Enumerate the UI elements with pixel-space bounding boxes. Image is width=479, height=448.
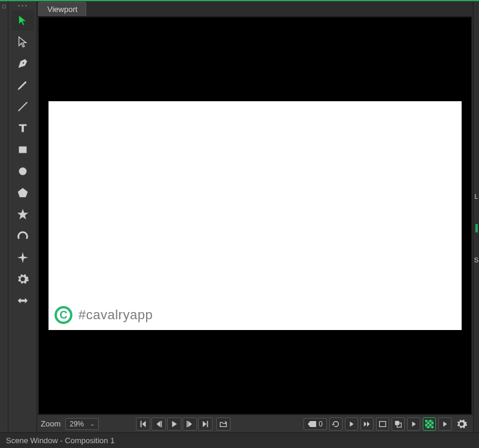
tools-panel <box>8 1 37 432</box>
text-icon <box>16 122 29 135</box>
fast-forward-button[interactable] <box>360 417 374 431</box>
pencil-icon <box>16 78 29 92</box>
skip-start-icon <box>139 420 147 428</box>
line-tool[interactable] <box>11 96 34 117</box>
frame-counter[interactable]: 0 <box>304 418 327 430</box>
polygon-tool[interactable] <box>11 183 34 203</box>
composition-canvas: C #cavalryapp <box>48 101 462 330</box>
tab-viewport[interactable]: Viewport <box>38 2 86 16</box>
viewport-settings-button[interactable] <box>454 416 469 432</box>
play-small-icon <box>410 420 418 428</box>
svg-rect-4 <box>380 421 386 426</box>
horizontal-arrow-tool[interactable] <box>11 290 34 311</box>
bottom-panel-header[interactable]: Scene Window - Composition 1 <box>0 432 479 448</box>
cursor-outline-icon <box>16 35 29 49</box>
go-to-start-button[interactable] <box>136 417 150 431</box>
mini-play-button[interactable] <box>345 417 358 431</box>
left-edge-strip <box>0 1 8 432</box>
ellipse-icon <box>16 165 29 178</box>
side-accent-icon <box>475 224 478 232</box>
pen-nib-icon <box>16 57 29 70</box>
safe-area-button[interactable] <box>376 417 389 431</box>
playback-transport <box>136 417 231 431</box>
rectangle-outline-icon <box>378 420 387 428</box>
viewport-tab-bar: Viewport <box>37 1 473 17</box>
overlap-squares-icon <box>394 420 402 428</box>
zoom-level-select[interactable]: 29% ⌄ <box>65 418 99 430</box>
folder-out-icon <box>219 420 228 428</box>
step-forward-icon <box>186 420 194 428</box>
mini-play-3-button[interactable] <box>438 417 451 431</box>
sparkle-icon <box>16 251 29 264</box>
play-icon <box>170 420 178 428</box>
loop-icon <box>332 420 340 428</box>
svg-point-0 <box>22 62 23 63</box>
tab-label: Viewport <box>47 5 77 14</box>
viewport-status-bar: Zoom 29% ⌄ 0 <box>37 414 473 432</box>
star-icon <box>16 208 29 221</box>
mini-play-2-button[interactable] <box>407 417 420 431</box>
pentagon-icon <box>16 186 29 199</box>
line-icon <box>16 100 29 113</box>
step-back-icon <box>154 420 163 428</box>
horizontal-arrows-icon <box>16 294 29 307</box>
bottom-panel-title: Scene Window - Composition 1 <box>6 436 114 445</box>
go-to-end-button[interactable] <box>198 417 213 431</box>
arc-icon <box>16 229 29 243</box>
ellipse-tool[interactable] <box>11 161 34 181</box>
step-forward-button[interactable] <box>183 417 197 431</box>
rectangle-icon <box>16 143 29 156</box>
chevron-down-icon: ⌄ <box>90 420 95 427</box>
watermark-text: #cavalryapp <box>78 307 153 323</box>
cavalry-logo-icon: C <box>54 306 72 324</box>
pencil-tool[interactable] <box>11 75 34 95</box>
viewport-area[interactable]: C #cavalryapp <box>38 17 472 414</box>
layout-button[interactable] <box>392 417 405 431</box>
step-back-button[interactable] <box>151 417 166 431</box>
zoom-value: 29% <box>69 420 84 428</box>
cursor-icon <box>16 14 29 27</box>
zoom-label: Zoom <box>41 419 60 428</box>
arc-tool[interactable] <box>11 226 34 246</box>
gear-icon <box>16 273 29 286</box>
gear-icon <box>456 418 468 430</box>
pen-tool[interactable] <box>11 53 34 74</box>
settings-tool[interactable] <box>11 269 34 289</box>
sparkle-tool[interactable] <box>11 247 34 268</box>
play-small-icon <box>347 420 356 428</box>
play-button[interactable] <box>167 417 181 431</box>
loop-button[interactable] <box>329 417 342 431</box>
panel-grip-icon <box>18 5 27 7</box>
skip-end-icon <box>201 420 210 428</box>
side-label-1: L <box>474 193 478 200</box>
side-label-2: S <box>474 256 478 264</box>
edit-shape-tool[interactable] <box>11 32 34 52</box>
svg-rect-2 <box>19 147 26 153</box>
svg-line-1 <box>18 102 27 111</box>
set-range-button[interactable] <box>216 417 231 431</box>
tag-icon <box>308 421 316 427</box>
play-small-icon <box>441 420 449 428</box>
svg-point-3 <box>19 168 26 175</box>
canvas-watermark: C #cavalryapp <box>54 306 153 324</box>
fast-forward-icon <box>363 420 371 428</box>
text-tool[interactable] <box>11 118 34 138</box>
checker-icon <box>425 420 433 428</box>
transparency-grid-button[interactable] <box>423 417 436 431</box>
right-dock-strip: L S <box>473 1 479 432</box>
frame-value: 0 <box>319 420 323 428</box>
selection-tool[interactable] <box>11 10 34 31</box>
rectangle-tool[interactable] <box>11 140 34 160</box>
star-tool[interactable] <box>11 204 34 225</box>
